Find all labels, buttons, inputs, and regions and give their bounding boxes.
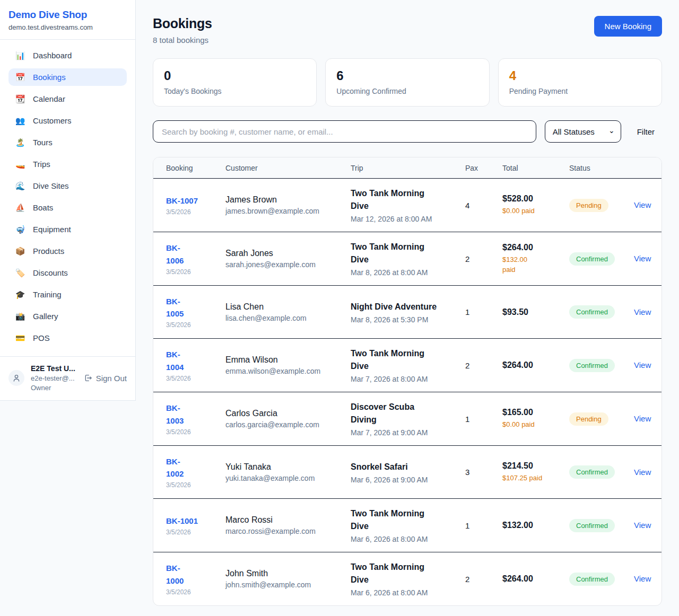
sidebar-item-label: Trips bbox=[33, 160, 50, 169]
status-select[interactable]: All Statuses bbox=[545, 120, 621, 143]
view-link[interactable]: View bbox=[634, 360, 651, 369]
sidebar-item-discounts[interactable]: 🏷️Discounts bbox=[8, 264, 127, 281]
sign-out-button[interactable]: Sign Out bbox=[84, 374, 127, 383]
sidebar-item-label: Dashboard bbox=[33, 51, 72, 60]
sidebar-item-bookings[interactable]: 📅Bookings bbox=[8, 68, 127, 86]
sidebar-item-equipment[interactable]: 🤿Equipment bbox=[8, 221, 127, 238]
filter-button[interactable]: Filter bbox=[630, 127, 662, 136]
trip-datetime: Mar 8, 2026 at 8:00 AM bbox=[351, 268, 457, 277]
table-row: BK- 10033/5/2026Carlos Garciacarlos.garc… bbox=[153, 392, 661, 446]
trip-name: Snorkel Safari bbox=[351, 461, 457, 473]
actions-cell: View bbox=[634, 200, 651, 210]
page-title: Bookings bbox=[153, 16, 212, 31]
sidebar-item-dashboard[interactable]: 📊Dashboard bbox=[8, 47, 127, 64]
booking-id-link[interactable]: BK-1001 bbox=[166, 515, 198, 527]
view-link[interactable]: View bbox=[634, 521, 651, 530]
bookings-table: Booking Customer Trip Pax Total Status B… bbox=[153, 157, 662, 606]
booking-id-link[interactable]: BK- 1003 bbox=[166, 402, 184, 427]
column-header-customer: Customer bbox=[225, 164, 351, 172]
page-header: Bookings 8 total bookings New Booking bbox=[153, 16, 662, 45]
sidebar-item-calendar[interactable]: 📆Calendar bbox=[8, 90, 127, 108]
search-input[interactable] bbox=[153, 120, 536, 143]
booking-cell: BK-10013/5/2026 bbox=[166, 515, 225, 536]
status-cell: Confirmed bbox=[569, 519, 634, 532]
view-link[interactable]: View bbox=[634, 468, 651, 477]
sidebar-item-label: Boats bbox=[33, 203, 53, 212]
sidebar-item-boats[interactable]: ⛵Boats bbox=[8, 199, 127, 216]
status-cell: Confirmed bbox=[569, 252, 634, 266]
sidebar-item-tours[interactable]: 🏝️Tours bbox=[8, 134, 127, 151]
status-select-wrap: All Statuses bbox=[545, 120, 621, 143]
booking-cell: BK- 10063/5/2026 bbox=[166, 242, 225, 276]
sailboat-icon: ⛵ bbox=[15, 204, 25, 212]
booking-cell: BK- 10043/5/2026 bbox=[166, 348, 225, 382]
customer-name: Emma Wilson bbox=[225, 355, 351, 365]
total-cell: $264.00 bbox=[502, 360, 569, 370]
customer-cell: James Brownjames.brown@example.com bbox=[225, 195, 351, 215]
booking-created-date: 3/5/2026 bbox=[166, 428, 225, 436]
pax-count: 1 bbox=[465, 415, 502, 424]
booking-created-date: 3/5/2026 bbox=[166, 208, 225, 216]
sidebar-item-pos[interactable]: 💳POS bbox=[8, 329, 127, 347]
trip-name: Two Tank Morning Dive bbox=[351, 347, 457, 373]
view-link[interactable]: View bbox=[634, 307, 651, 316]
sidebar-item-dive-sites[interactable]: 🌊Dive Sites bbox=[8, 177, 127, 195]
sidebar-item-label: Training bbox=[33, 290, 62, 299]
view-link[interactable]: View bbox=[634, 414, 651, 423]
sidebar-item-label: Tours bbox=[33, 138, 53, 147]
trip-datetime: Mar 7, 2026 at 9:00 AM bbox=[351, 428, 457, 437]
status-badge: Confirmed bbox=[569, 252, 615, 266]
booking-id-link[interactable]: BK-1007 bbox=[166, 195, 198, 207]
customer-email: john.smith@example.com bbox=[225, 580, 351, 589]
total-amount: $165.00 bbox=[502, 408, 569, 417]
total-amount: $528.00 bbox=[502, 194, 569, 204]
booking-id-link[interactable]: BK- 1000 bbox=[166, 562, 184, 587]
view-link[interactable]: View bbox=[634, 254, 651, 263]
table-body: BK-10073/5/2026James Brownjames.brown@ex… bbox=[153, 179, 661, 605]
app-layout: Demo Dive Shop demo.test.divestreams.com… bbox=[0, 0, 679, 616]
view-link[interactable]: View bbox=[634, 574, 651, 583]
filter-controls: All Statuses Filter bbox=[153, 120, 662, 143]
shop-subdomain: demo.test.divestreams.com bbox=[8, 23, 127, 31]
bar-chart-icon: 📊 bbox=[15, 51, 25, 59]
booking-cell: BK- 10023/5/2026 bbox=[166, 455, 225, 489]
sidebar-item-label: Gallery bbox=[33, 312, 58, 321]
booking-cell: BK- 10053/5/2026 bbox=[166, 295, 225, 329]
new-booking-button[interactable]: New Booking bbox=[594, 16, 662, 37]
total-amount: $93.50 bbox=[502, 307, 569, 317]
sidebar-item-gallery[interactable]: 📸Gallery bbox=[8, 307, 127, 325]
stat-card-todays-bookings: 0 Today's Bookings bbox=[153, 58, 317, 107]
customer-cell: Marco Rossimarco.rossi@example.com bbox=[225, 515, 351, 535]
total-cell: $93.50 bbox=[502, 307, 569, 317]
sidebar-item-customers[interactable]: 👥Customers bbox=[8, 112, 127, 129]
paid-amount: $0.00 paid bbox=[502, 206, 569, 216]
booking-id-link[interactable]: BK- 1006 bbox=[166, 242, 184, 267]
column-header-status: Status bbox=[569, 164, 634, 172]
people-icon: 👥 bbox=[15, 117, 25, 125]
trip-cell: Two Tank Morning DiveMar 6, 2026 at 8:00… bbox=[351, 507, 465, 543]
sidebar-item-training[interactable]: 🎓Training bbox=[8, 286, 127, 303]
total-cell: $264.00$132.00 paid bbox=[502, 243, 569, 275]
booking-created-date: 3/5/2026 bbox=[166, 268, 225, 276]
table-row: BK- 10023/5/2026Yuki Tanakayuki.tanaka@e… bbox=[153, 446, 661, 499]
booking-id-link[interactable]: BK- 1002 bbox=[166, 455, 184, 480]
booking-cell: BK- 10003/5/2026 bbox=[166, 562, 225, 596]
trip-name: Two Tank Morning Dive bbox=[351, 507, 457, 533]
sidebar-item-label: Bookings bbox=[33, 73, 66, 82]
pax-count: 4 bbox=[465, 201, 502, 210]
booking-id-link[interactable]: BK- 1005 bbox=[166, 295, 184, 320]
sidebar: Demo Dive Shop demo.test.divestreams.com… bbox=[0, 0, 136, 401]
total-amount: $264.00 bbox=[502, 360, 569, 370]
sidebar-item-trips[interactable]: 🚤Trips bbox=[8, 155, 127, 173]
view-link[interactable]: View bbox=[634, 200, 651, 209]
trip-cell: Two Tank Morning DiveMar 6, 2026 at 8:00… bbox=[351, 561, 465, 597]
booking-created-date: 3/5/2026 bbox=[166, 375, 225, 382]
trip-name: Two Tank Morning Dive bbox=[351, 241, 457, 266]
user-info: E2E Test U... e2e-tester@... Owner bbox=[31, 364, 77, 392]
status-badge: Confirmed bbox=[569, 305, 615, 319]
booking-id-link[interactable]: BK- 1004 bbox=[166, 348, 184, 373]
customer-email: marco.rossi@example.com bbox=[225, 527, 351, 535]
page-header-text: Bookings 8 total bookings bbox=[153, 16, 212, 45]
booking-created-date: 3/5/2026 bbox=[166, 529, 225, 536]
sidebar-item-products[interactable]: 📦Products bbox=[8, 242, 127, 260]
